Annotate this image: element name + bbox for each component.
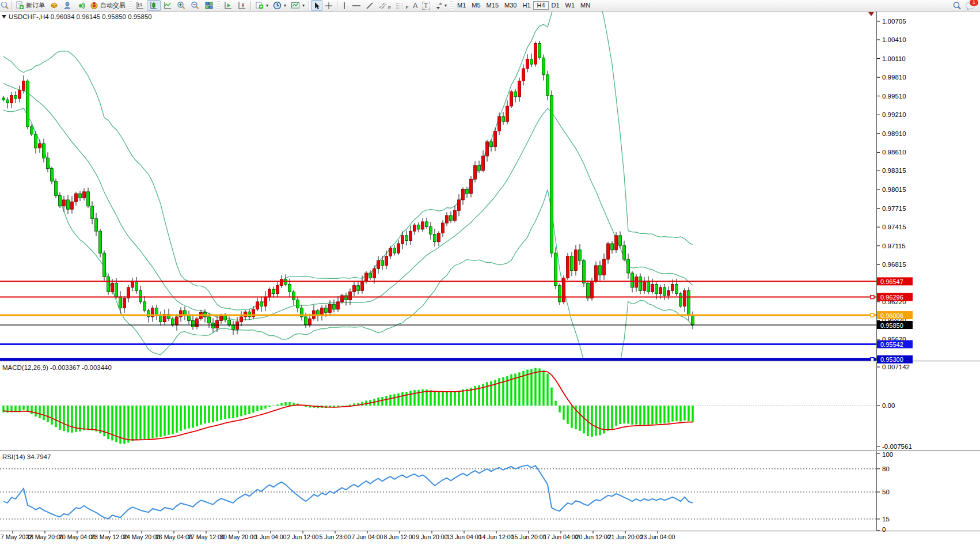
- timeframe-button-m30[interactable]: M30: [502, 1, 519, 10]
- channel-tool-button[interactable]: E: [376, 0, 393, 11]
- hline-handle[interactable]: [871, 296, 874, 299]
- candle-up: [353, 286, 356, 292]
- cursor-tool-button[interactable]: [311, 0, 322, 11]
- timeframe-button-w1[interactable]: W1: [563, 1, 578, 10]
- candle-down: [554, 253, 557, 285]
- text-icon: A: [413, 2, 417, 10]
- candle-down: [47, 158, 50, 168]
- candle-down: [490, 142, 493, 147]
- candle-up: [526, 59, 529, 69]
- candle-down: [224, 316, 227, 320]
- candle-down: [260, 302, 263, 306]
- candle-down: [35, 134, 37, 148]
- candle-up: [446, 215, 449, 223]
- candle-up: [615, 236, 618, 250]
- toolbar-separator: [309, 1, 309, 10]
- timeframe-button-m15[interactable]: M15: [484, 1, 502, 10]
- candle-up: [409, 231, 412, 240]
- candle-down: [639, 277, 642, 290]
- autotrade-button[interactable]: 自动交易: [88, 0, 128, 11]
- chart-canvas[interactable]: 1.007051.004101.001100.998100.995100.992…: [0, 0, 980, 545]
- candle-down: [139, 290, 142, 302]
- text-tool-button[interactable]: A: [411, 0, 420, 11]
- timeframe-button-m1[interactable]: M1: [454, 1, 469, 10]
- candle-down: [91, 206, 94, 219]
- candle-down: [550, 96, 553, 253]
- hline-handle[interactable]: [871, 313, 874, 317]
- price-tick-label: 0.98015: [882, 186, 906, 193]
- chat-button[interactable]: 1: [965, 1, 975, 10]
- candle-up: [127, 287, 130, 298]
- new-order-icon: [16, 1, 24, 10]
- new-chart-button[interactable]: ▾: [253, 0, 271, 11]
- account-button[interactable]: [61, 0, 74, 11]
- candle-up: [595, 266, 598, 281]
- search-icon[interactable]: [0, 2, 9, 9]
- arrows-tool-button[interactable]: ▾: [432, 0, 449, 11]
- candle-up: [401, 236, 404, 244]
- periods-button[interactable]: ▾: [271, 0, 288, 11]
- zoom-out-button[interactable]: [188, 0, 202, 11]
- candle-up: [603, 259, 606, 275]
- auto-scroll-button[interactable]: [221, 0, 235, 11]
- chart-shift-button[interactable]: [235, 0, 249, 11]
- candle-down: [345, 296, 348, 300]
- candle-up: [83, 192, 86, 198]
- zoom-in-button[interactable]: [174, 0, 188, 11]
- price-tick-label: 0.97715: [882, 205, 906, 212]
- candle-down: [43, 143, 45, 158]
- price-tag-value: 0.96547: [880, 278, 903, 285]
- candle-down: [248, 312, 251, 317]
- line-chart-button[interactable]: [161, 0, 174, 11]
- candle-down: [450, 215, 453, 221]
- candle-down: [559, 286, 561, 302]
- candle-down: [272, 289, 275, 294]
- timeframe-button-m5[interactable]: M5: [469, 1, 483, 10]
- chevron-down-icon: ▾: [445, 3, 447, 8]
- symbol-ohlc-line: USDCHF-,H4 0.96034 0.96145 0.95850 0.958…: [9, 13, 152, 20]
- candle-up: [216, 320, 219, 328]
- hline-handle[interactable]: [871, 358, 874, 361]
- hline-tool-button[interactable]: [350, 0, 363, 11]
- crosshair-tool-button[interactable]: [322, 0, 335, 11]
- candle-down: [611, 244, 614, 250]
- timeframe-button-mn[interactable]: MN: [578, 1, 593, 10]
- candle-down: [2, 98, 5, 100]
- candlestick-button[interactable]: [147, 0, 161, 11]
- candle-up: [534, 44, 537, 65]
- price-tick-label: 0.97115: [882, 243, 906, 249]
- date-label: 17 Jun 04:00: [544, 533, 579, 540]
- candle-up: [438, 233, 440, 241]
- search-icon[interactable]: [952, 1, 962, 10]
- candle-down: [514, 92, 517, 97]
- candle-down: [159, 316, 162, 322]
- candle-down: [103, 253, 106, 277]
- timeframe-button-d1[interactable]: D1: [549, 1, 563, 10]
- trendline-tool-button[interactable]: [363, 0, 376, 11]
- signal-button[interactable]: [74, 0, 88, 11]
- bar-chart-button[interactable]: [133, 0, 147, 11]
- fibonacci-tool-button[interactable]: F: [393, 0, 411, 11]
- gold-button[interactable]: [47, 0, 61, 11]
- candle-down: [434, 234, 436, 242]
- label-tool-button[interactable]: T: [420, 0, 432, 11]
- timeframe-button-h1[interactable]: H1: [519, 1, 533, 10]
- trendline-icon: [366, 2, 374, 10]
- candle-up: [349, 292, 352, 300]
- vline-tool-button[interactable]: [339, 0, 350, 11]
- chevron-down-icon: ▾: [284, 3, 286, 8]
- timeframe-button-h4[interactable]: H4: [533, 1, 548, 10]
- template-button[interactable]: ▾: [288, 0, 307, 11]
- chat-unread-badge: 1: [969, 0, 979, 6]
- candle-up: [373, 268, 376, 278]
- candle-up: [329, 304, 332, 312]
- tile-windows-button[interactable]: [202, 0, 216, 11]
- new-order-button[interactable]: 新订单: [13, 0, 47, 11]
- candle-down: [675, 284, 678, 293]
- candle-up: [667, 290, 670, 296]
- candle-up: [458, 200, 461, 210]
- date-label: 24 May 20:00: [123, 533, 160, 540]
- candle-down: [502, 117, 505, 122]
- candle-down: [426, 222, 428, 227]
- candle-down: [587, 283, 590, 298]
